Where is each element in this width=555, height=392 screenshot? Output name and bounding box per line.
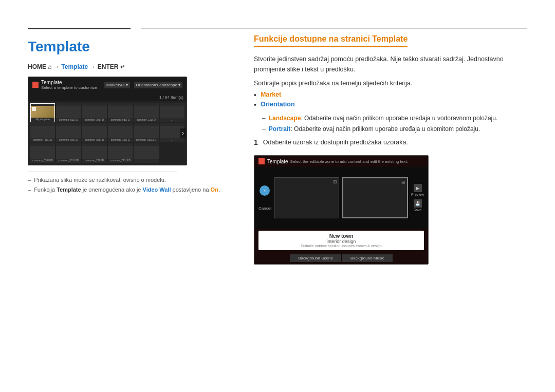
tui-orientation-label: Orientation:Landscape xyxy=(136,83,178,87)
tui-thumb xyxy=(30,126,55,139)
tui-label: common_241LFD xyxy=(110,159,131,162)
tui-market-label: Market:All xyxy=(106,83,125,87)
tui-market-dropdown[interactable]: Market:All ▾ xyxy=(104,82,130,88)
tui-label: common_84LFD xyxy=(59,138,78,141)
tui-thumb xyxy=(82,126,107,139)
tui2-corner-icon: ⊞ xyxy=(333,179,337,184)
tui2-cancel-label: Cancel xyxy=(258,206,271,211)
tui-label: common_351LFD xyxy=(32,159,53,162)
list-item[interactable]: common_98LFD xyxy=(108,103,133,122)
tui-label: common_12LFD xyxy=(137,118,156,121)
tui-next-arrow[interactable]: › xyxy=(180,128,186,138)
step-number-1: 1 xyxy=(254,137,258,148)
note-2: – Funkcija Template je onemogućena ako j… xyxy=(28,186,223,194)
tui2-subtitle: Select the editable zone to add content … xyxy=(290,159,408,164)
tui2-bg-music-btn[interactable]: Background Music xyxy=(342,254,393,262)
tui-thumb xyxy=(134,126,158,139)
list-item[interactable]: common_87LFD xyxy=(82,123,107,142)
tui2-body: ‹ Cancel ⊞ ⊞ xyxy=(254,167,428,229)
list-item[interactable]: common_10LFD xyxy=(108,123,133,142)
intro-text: Stvorite jedinstven sadržaj pomoću predl… xyxy=(254,54,527,74)
bullet-dot: • xyxy=(254,101,256,108)
tui-thumb xyxy=(160,106,184,119)
list-item[interactable]: common_34LFD xyxy=(82,103,107,122)
section-title: Funkcije dostupne na stranici Template xyxy=(254,34,408,47)
tui-label: common_10LFD xyxy=(111,138,130,141)
tui-thumb xyxy=(82,146,107,159)
note-1: – Prikazana slika može se razlikovati ov… xyxy=(28,176,223,184)
tui-label: common_51LFD xyxy=(59,118,78,121)
list-item[interactable]: common_21LFD xyxy=(82,143,107,162)
tui-orientation-dropdown[interactable]: Orientation:Landscape ▾ xyxy=(134,82,183,88)
bc-arrow1: → xyxy=(53,63,60,70)
tui-header-left: Template Select a template to customize xyxy=(32,80,97,90)
tui-label: common_381LFD xyxy=(59,159,79,162)
list-item[interactable]: common_351LFD xyxy=(30,143,55,162)
page: Template HOME ⌂ → Template → ENTER ↵ Tem… xyxy=(0,0,555,265)
tui2-footer: New town interior design Suitable outdoo… xyxy=(254,229,428,252)
top-rule-area xyxy=(0,28,555,29)
tui2-text-box[interactable]: New town interior design Suitable outdoo… xyxy=(258,231,424,250)
bc-home-icon: ⌂ xyxy=(48,63,51,70)
tui-label: common_21LFD xyxy=(85,159,104,162)
tui-mytemplate-label: My template xyxy=(36,118,50,121)
tui-label: common_013LFD xyxy=(136,138,157,141)
two-col-layout: Template HOME ⌂ → Template → ENTER ↵ Tem… xyxy=(0,34,555,265)
preview-label: Preview xyxy=(411,193,424,196)
tui2-logo xyxy=(258,158,265,164)
sub-bullet-portrait: – Portrait: Odaberite ovaj način priliko… xyxy=(262,124,527,134)
tui-header: Template Select a template to customize … xyxy=(28,77,187,92)
tui-thumb xyxy=(82,106,107,119)
tui-cell-mytemplate[interactable]: My template xyxy=(30,103,55,122)
tui-thumb xyxy=(56,126,81,139)
list-item[interactable]: common_84LFD xyxy=(56,123,81,142)
sub-dash: – xyxy=(262,124,266,134)
tui-mytemplate-thumb xyxy=(31,106,54,118)
list-item[interactable]: common_51LFD xyxy=(56,103,81,122)
tui-label: ... xyxy=(171,118,173,121)
save-label: Save xyxy=(414,208,422,212)
template-ui2-screenshot: Template Select the editable zone to add… xyxy=(254,155,429,265)
note-2-text: Funkcija Template je onemogućena ako je … xyxy=(34,186,220,194)
tui-grid-wrapper: My template common_51LFD common_34LFD xyxy=(28,101,187,165)
numbered-step-1: 1 Odaberite uzorak iz dostupnih predloža… xyxy=(254,138,527,148)
sub-bullet-landscape: – Landscape: Odaberite ovaj način prilik… xyxy=(262,114,527,123)
portrait-keyword: Portrait xyxy=(269,125,291,133)
tui-thumb xyxy=(56,106,81,119)
tui2-preview-btn[interactable]: ▶ Preview xyxy=(411,184,424,196)
tui-thumb xyxy=(108,146,133,159)
tui2-text-town: New town xyxy=(263,233,420,239)
tui-grid: My template common_51LFD common_34LFD xyxy=(28,101,187,165)
top-rule-right xyxy=(141,28,527,29)
list-item[interactable]: common_81LFD xyxy=(30,123,55,142)
bullet-list: • Market • Orientation xyxy=(254,91,527,108)
list-item[interactable]: ... xyxy=(160,103,184,122)
preview-icon: ▶ xyxy=(414,184,422,192)
note-videowall-keyword: Video Wall xyxy=(143,186,171,193)
tui2-screen-right[interactable]: ⊞ xyxy=(342,177,408,218)
note-on-keyword: On xyxy=(211,186,218,193)
list-item[interactable]: common_013LFD xyxy=(134,123,158,142)
note-1-text: Prikazana slika može se razlikovati ovis… xyxy=(34,176,166,184)
bc-template: Template xyxy=(61,63,88,70)
tui-title-text: Template xyxy=(41,80,97,85)
tui2-save-btn[interactable]: 💾 Save xyxy=(411,199,424,212)
list-item[interactable]: common_381LFD xyxy=(56,143,81,162)
list-item[interactable]: ... xyxy=(134,143,158,162)
tui-thumb xyxy=(134,106,158,119)
note-dash: – xyxy=(28,176,31,184)
tui-thumb xyxy=(56,146,81,159)
tui2-screen-left[interactable]: ⊞ xyxy=(274,177,339,218)
tui-label: ... xyxy=(171,138,173,141)
tui-label: common_81LFD xyxy=(33,138,52,141)
bullet-market-label: Market xyxy=(261,91,281,98)
save-icon: 💾 xyxy=(414,199,422,208)
list-item[interactable]: common_12LFD xyxy=(134,103,158,122)
sub-bullet-landscape-text: Landscape: Odaberite ovaj način prilikom… xyxy=(269,114,498,123)
tui-header-right: Market:All ▾ Orientation:Landscape ▾ xyxy=(104,82,182,88)
note-template-keyword: Template xyxy=(57,186,81,193)
landscape-text: : Odaberite ovaj način prilikom uporabe … xyxy=(301,115,497,122)
list-item[interactable]: common_241LFD xyxy=(108,143,133,162)
tui2-cancel-btn[interactable]: ‹ xyxy=(260,185,270,196)
tui2-bg-scene-btn[interactable]: Background Scene xyxy=(290,254,341,262)
